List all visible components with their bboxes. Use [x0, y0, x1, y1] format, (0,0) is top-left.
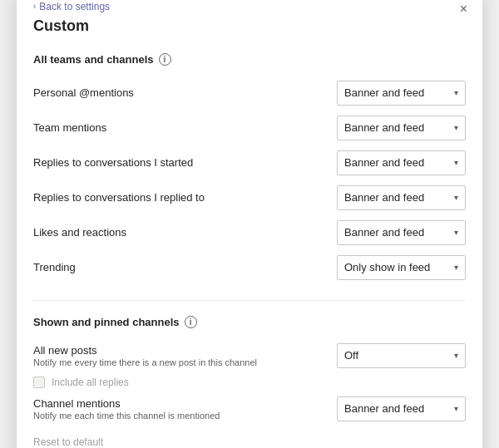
channel-mentions-sublabel: Notify me each time this channel is ment… [33, 411, 337, 421]
replies-started-value: Banner and feed [344, 156, 424, 169]
back-to-settings-link[interactable]: ‹ Back to settings [33, 1, 466, 12]
team-mentions-value: Banner and feed [344, 121, 424, 134]
page-title: Custom [33, 17, 466, 35]
replies-started-row: Replies to conversations I started Banne… [33, 145, 466, 180]
likes-reactions-label: Likes and reactions [33, 226, 337, 239]
trending-row: Trending Only show in feed ▾ [33, 250, 466, 285]
channel-mentions-chevron-icon: ▾ [454, 404, 458, 413]
replies-replied-row: Replies to conversations I replied to Ba… [33, 180, 466, 215]
personal-mentions-chevron-icon: ▾ [454, 88, 458, 97]
section2-label: Shown and pinned channels i [33, 316, 466, 328]
personal-mentions-label: Personal @mentions [33, 86, 337, 99]
personal-mentions-dropdown[interactable]: Banner and feed ▾ [337, 81, 466, 106]
trending-value: Only show in feed [344, 261, 430, 273]
all-new-posts-value: Off [344, 349, 358, 362]
section1-info-icon[interactable]: i [159, 53, 171, 66]
reset-to-default-button[interactable]: Reset to default [33, 431, 103, 449]
personal-mentions-value: Banner and feed [344, 86, 424, 99]
all-new-posts-dropdown[interactable]: Off ▾ [337, 343, 466, 368]
likes-reactions-dropdown[interactable]: Banner and feed ▾ [337, 220, 466, 245]
shown-pinned-channels-section: Shown and pinned channels i All new post… [17, 309, 482, 449]
replies-started-label: Replies to conversations I started [33, 156, 337, 169]
custom-notifications-dialog: ‹ Back to settings Custom × All teams an… [17, 0, 482, 448]
team-mentions-label: Team mentions [33, 121, 337, 134]
replies-started-dropdown[interactable]: Banner and feed ▾ [337, 150, 466, 175]
trending-chevron-icon: ▾ [454, 263, 458, 272]
replies-replied-dropdown[interactable]: Banner and feed ▾ [337, 185, 466, 210]
likes-reactions-chevron-icon: ▾ [454, 228, 458, 237]
channel-mentions-row: Channel mentions Notify me each time thi… [33, 391, 466, 426]
team-mentions-chevron-icon: ▾ [454, 123, 458, 132]
back-link-label: Back to settings [39, 1, 110, 12]
all-new-posts-label: All new posts [33, 344, 337, 357]
team-mentions-dropdown[interactable]: Banner and feed ▾ [337, 116, 466, 140]
include-all-replies-row: Include all replies [33, 373, 466, 391]
replies-started-chevron-icon: ▾ [454, 158, 458, 167]
replies-replied-chevron-icon: ▾ [454, 193, 458, 202]
trending-dropdown[interactable]: Only show in feed ▾ [337, 255, 466, 280]
dialog-header: ‹ Back to settings Custom [17, 0, 482, 35]
likes-reactions-row: Likes and reactions Banner and feed ▾ [33, 215, 466, 250]
channel-mentions-dropdown[interactable]: Banner and feed ▾ [337, 396, 466, 421]
all-new-posts-row: All new posts Notify me every time there… [33, 338, 466, 373]
channel-mentions-label: Channel mentions [33, 397, 337, 410]
close-button[interactable]: × [457, 0, 471, 19]
chevron-left-icon: ‹ [33, 2, 36, 11]
likes-reactions-value: Banner and feed [344, 226, 424, 239]
channel-mentions-value: Banner and feed [344, 402, 424, 415]
trending-label: Trending [33, 261, 337, 273]
team-mentions-row: Team mentions Banner and feed ▾ [33, 111, 466, 145]
section-divider [33, 300, 466, 301]
section1-label: All teams and channels i [33, 53, 466, 66]
personal-mentions-row: Personal @mentions Banner and feed ▾ [33, 76, 466, 111]
all-new-posts-chevron-icon: ▾ [454, 351, 458, 360]
all-new-posts-sublabel: Notify me every time there is a new post… [33, 357, 337, 367]
all-teams-channels-section: All teams and channels i Personal @menti… [17, 47, 482, 293]
section2-info-icon[interactable]: i [185, 316, 197, 328]
include-all-replies-checkbox[interactable] [33, 377, 45, 388]
replies-replied-label: Replies to conversations I replied to [33, 191, 337, 204]
replies-replied-value: Banner and feed [344, 191, 424, 204]
include-all-replies-label: Include all replies [52, 377, 129, 388]
